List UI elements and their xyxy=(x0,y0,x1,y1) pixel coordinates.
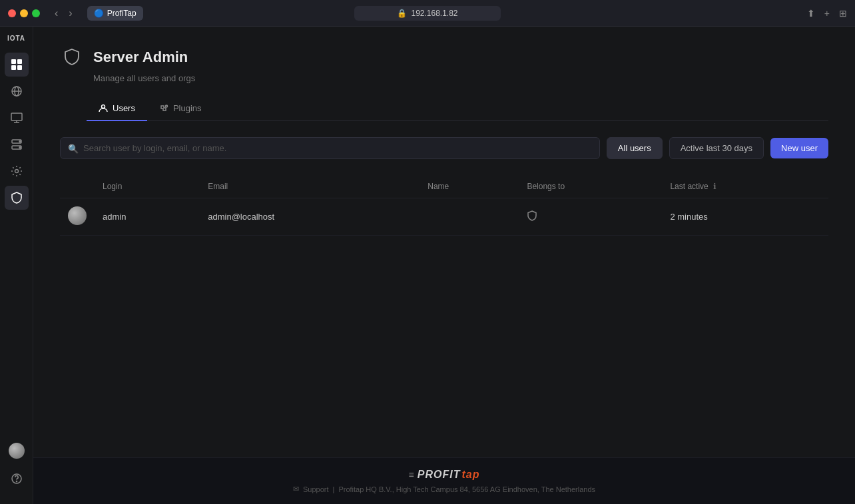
nav-buttons: ‹ › xyxy=(51,6,77,21)
search-input[interactable] xyxy=(60,137,600,159)
page-subtitle: Manage all users and orgs xyxy=(93,73,828,83)
page-title: Server Admin xyxy=(93,49,188,66)
svg-point-17 xyxy=(102,105,105,108)
new-user-button[interactable]: New user xyxy=(770,138,828,158)
minimize-button[interactable] xyxy=(20,9,28,17)
belongs-shield-icon xyxy=(527,212,537,223)
footer-text: ✉ Support | Profitap HQ B.V., High Tech … xyxy=(44,485,844,493)
tab-plugins[interactable]: Plugins xyxy=(147,97,214,121)
app-body: IOTA xyxy=(0,27,855,504)
all-users-filter[interactable]: All users xyxy=(607,137,663,159)
svg-point-18 xyxy=(165,105,167,107)
footer: ≡ PROFIT tap ✉ Support | Profitap HQ B.V… xyxy=(33,457,855,504)
sidebar-item-settings[interactable] xyxy=(5,159,29,183)
svg-point-16 xyxy=(16,481,17,482)
col-email: Email xyxy=(200,175,420,198)
dashboard-icon xyxy=(11,59,23,71)
help-icon xyxy=(11,473,23,485)
monitor-icon xyxy=(11,112,23,124)
url-text: 192.168.1.82 xyxy=(411,9,457,18)
tab-label: ProfiTap xyxy=(107,9,137,18)
svg-rect-2 xyxy=(11,65,16,70)
plugin-icon xyxy=(159,104,168,113)
envelope-icon: ✉ xyxy=(293,485,299,493)
share-icon[interactable]: ⬆ xyxy=(807,8,815,19)
admin-avatar xyxy=(68,206,87,225)
row-avatar-cell xyxy=(60,198,95,236)
page-shield-icon xyxy=(60,45,84,69)
globe-icon xyxy=(11,85,23,97)
sidebar: IOTA xyxy=(0,27,33,504)
tab-users-label: Users xyxy=(113,103,135,113)
svg-rect-1 xyxy=(17,59,22,64)
row-login-cell: admin xyxy=(95,198,200,236)
sidebar-item-help[interactable] xyxy=(5,467,29,491)
search-icon: 🔍 xyxy=(68,143,79,153)
sidebar-item-dashboard[interactable] xyxy=(5,53,29,77)
forward-button[interactable]: › xyxy=(65,6,76,21)
sidebar-item-globe[interactable] xyxy=(5,79,29,103)
sidebar-item-shield[interactable] xyxy=(5,186,29,210)
row-name-cell xyxy=(420,198,519,236)
close-button[interactable] xyxy=(8,9,16,17)
sidebar-toggle-icon[interactable]: ⊞ xyxy=(839,8,847,19)
new-tab-icon[interactable]: + xyxy=(824,8,830,19)
search-filter-row: 🔍 All users Active last 30 days New user xyxy=(60,137,828,159)
col-last-active: Last active ℹ xyxy=(662,175,828,198)
col-name: Name xyxy=(420,175,519,198)
footer-tap: tap xyxy=(461,469,479,481)
svg-point-12 xyxy=(19,141,21,142)
sidebar-item-monitor[interactable] xyxy=(5,106,29,130)
col-avatar xyxy=(60,175,95,198)
sidebar-item-server[interactable] xyxy=(5,132,29,156)
shield-icon xyxy=(11,192,23,204)
svg-point-14 xyxy=(15,170,18,173)
search-wrap: 🔍 xyxy=(60,137,600,159)
sidebar-item-user[interactable] xyxy=(5,439,29,463)
col-belongs: Belongs to xyxy=(519,175,662,198)
tab-favicon: 🔵 xyxy=(94,9,104,18)
titlebar-actions: ⬆ + ⊞ xyxy=(807,8,847,19)
svg-rect-3 xyxy=(17,65,22,70)
page-title-row: Server Admin xyxy=(60,45,828,69)
tab-users[interactable]: Users xyxy=(87,97,147,121)
content-area: 🔍 All users Active last 30 days New user… xyxy=(33,121,855,457)
url-bar[interactable]: 🔒 192.168.1.82 xyxy=(354,6,501,21)
user-icon xyxy=(99,104,108,113)
tabs: Users Plugins xyxy=(87,97,828,121)
row-email-cell: admin@localhost xyxy=(200,198,420,236)
row-last-active-cell: 2 minutes xyxy=(662,198,828,236)
maximize-button[interactable] xyxy=(32,9,40,17)
user-avatar xyxy=(9,443,25,459)
footer-logo: ≡ PROFIT tap xyxy=(44,469,844,481)
col-login: Login xyxy=(95,175,200,198)
sidebar-logo: IOTA xyxy=(7,35,25,42)
back-button[interactable]: ‹ xyxy=(51,6,62,21)
sidebar-bottom xyxy=(5,439,29,496)
main-content: Server Admin Manage all users and orgs U… xyxy=(33,27,855,504)
row-belongs-cell xyxy=(519,198,662,236)
footer-divider: | xyxy=(333,485,335,493)
user-table: Login Email Name Belongs to Last active … xyxy=(60,175,828,236)
table-header: Login Email Name Belongs to Last active … xyxy=(60,175,828,198)
svg-point-13 xyxy=(19,147,21,148)
admin-login: admin xyxy=(103,212,126,222)
last-active-info-icon[interactable]: ℹ xyxy=(713,182,716,191)
table-body: admin admin@localhost 2 mi xyxy=(60,198,828,236)
traffic-lights xyxy=(8,9,40,17)
tab-plugins-label: Plugins xyxy=(173,103,202,113)
active-users-filter[interactable]: Active last 30 days xyxy=(669,137,764,159)
browser-tab[interactable]: 🔵 ProfiTap xyxy=(87,6,143,21)
footer-profit: PROFIT xyxy=(418,469,461,481)
footer-address: Profitap HQ B.V., High Tech Campus 84, 5… xyxy=(338,485,595,493)
page-header: Server Admin Manage all users and orgs U… xyxy=(33,27,855,121)
server-icon xyxy=(11,138,23,150)
titlebar: ‹ › 🔵 ProfiTap 🔒 192.168.1.82 ⬆ + ⊞ xyxy=(0,0,855,27)
footer-support[interactable]: Support xyxy=(303,485,329,493)
svg-rect-0 xyxy=(11,59,16,64)
table-row[interactable]: admin admin@localhost 2 mi xyxy=(60,198,828,236)
lock-icon: 🔒 xyxy=(397,9,407,18)
settings-icon xyxy=(11,165,23,177)
svg-rect-7 xyxy=(11,113,22,121)
